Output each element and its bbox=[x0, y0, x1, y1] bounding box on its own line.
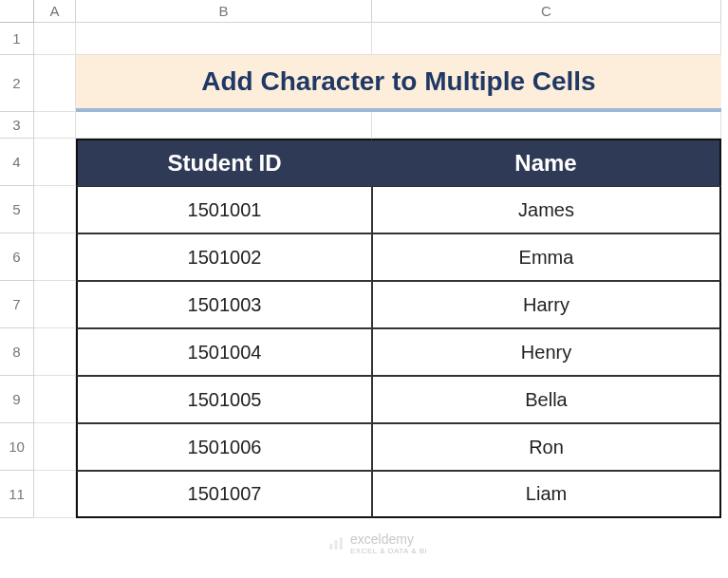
table-cell-name[interactable]: Ron bbox=[372, 423, 721, 471]
chart-icon bbox=[327, 535, 345, 552]
row-header-1[interactable]: 1 bbox=[0, 23, 34, 55]
table-cell-name[interactable]: James bbox=[372, 186, 721, 233]
table-cell-name[interactable]: Henry bbox=[372, 328, 721, 376]
cell-A8[interactable] bbox=[34, 328, 76, 376]
svg-rect-1 bbox=[335, 540, 338, 550]
row-header-10[interactable]: 10 bbox=[0, 423, 34, 471]
col-header-B[interactable]: B bbox=[76, 0, 372, 23]
cell-A4[interactable] bbox=[34, 139, 76, 186]
cell-A7[interactable] bbox=[34, 281, 76, 328]
cell-C3[interactable] bbox=[372, 112, 721, 139]
title-cell[interactable]: Add Character to Multiple Cells bbox=[76, 55, 721, 112]
table-cell-id[interactable]: 1501007 bbox=[76, 471, 372, 518]
table-header-name[interactable]: Name bbox=[372, 139, 721, 186]
cell-A10[interactable] bbox=[34, 423, 76, 471]
col-header-C[interactable]: C bbox=[372, 0, 721, 23]
table-cell-name[interactable]: Bella bbox=[372, 376, 721, 423]
table-cell-id[interactable]: 1501002 bbox=[76, 233, 372, 281]
col-header-A[interactable]: A bbox=[34, 0, 76, 23]
table-cell-id[interactable]: 1501004 bbox=[76, 328, 372, 376]
cell-C1[interactable] bbox=[372, 23, 721, 55]
table-cell-id[interactable]: 1501003 bbox=[76, 281, 372, 328]
cell-B3[interactable] bbox=[76, 112, 372, 139]
watermark: exceldemy EXCEL & DATA & BI bbox=[327, 531, 427, 555]
row-header-7[interactable]: 7 bbox=[0, 281, 34, 328]
cell-A5[interactable] bbox=[34, 186, 76, 233]
cell-B1[interactable] bbox=[76, 23, 372, 55]
watermark-brand: exceldemy bbox=[350, 531, 427, 547]
cell-A1[interactable] bbox=[34, 23, 76, 55]
row-header-3[interactable]: 3 bbox=[0, 112, 34, 139]
cell-A2[interactable] bbox=[34, 55, 76, 112]
table-header-id[interactable]: Student ID bbox=[76, 139, 372, 186]
spreadsheet: A B C 1 2 3 4 5 6 7 8 9 10 11 Add Charac… bbox=[0, 0, 728, 518]
table-cell-id[interactable]: 1501005 bbox=[76, 376, 372, 423]
row-header-5[interactable]: 5 bbox=[0, 186, 34, 233]
table-cell-name[interactable]: Emma bbox=[372, 233, 721, 281]
table-cell-name[interactable]: Liam bbox=[372, 471, 721, 518]
title-text: Add Character to Multiple Cells bbox=[201, 66, 595, 97]
cell-A3[interactable] bbox=[34, 112, 76, 139]
row-header-6[interactable]: 6 bbox=[0, 233, 34, 281]
cell-A9[interactable] bbox=[34, 376, 76, 423]
table-cell-id[interactable]: 1501006 bbox=[76, 423, 372, 471]
table-cell-id[interactable]: 1501001 bbox=[76, 186, 372, 233]
svg-rect-2 bbox=[340, 537, 343, 550]
watermark-tagline: EXCEL & DATA & BI bbox=[350, 547, 427, 555]
svg-rect-0 bbox=[329, 544, 332, 550]
row-header-8[interactable]: 8 bbox=[0, 328, 34, 376]
cell-A6[interactable] bbox=[34, 233, 76, 281]
row-header-9[interactable]: 9 bbox=[0, 376, 34, 423]
row-header-2[interactable]: 2 bbox=[0, 55, 34, 112]
row-header-11[interactable]: 11 bbox=[0, 471, 34, 518]
row-header-4[interactable]: 4 bbox=[0, 139, 34, 186]
cell-A11[interactable] bbox=[34, 471, 76, 518]
select-all-corner[interactable] bbox=[0, 0, 34, 23]
table-cell-name[interactable]: Harry bbox=[372, 281, 721, 328]
